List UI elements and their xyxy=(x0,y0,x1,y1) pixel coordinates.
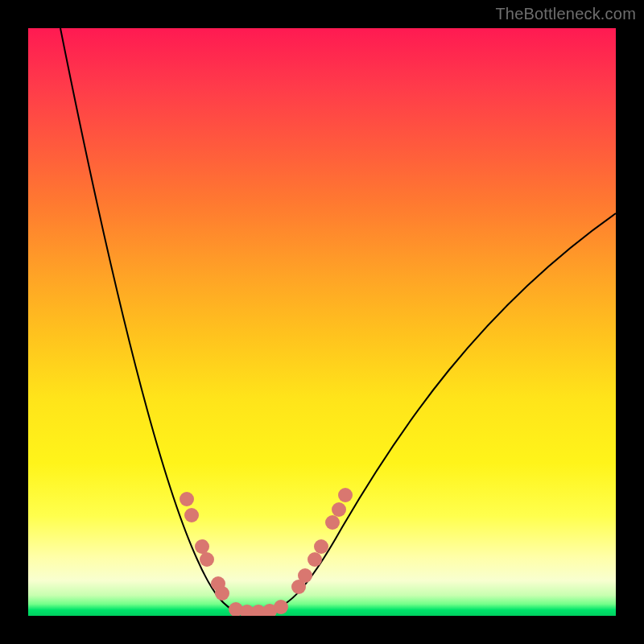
data-dot xyxy=(180,492,194,506)
watermark-text: TheBottleneck.com xyxy=(495,5,636,23)
data-dot xyxy=(338,488,353,502)
data-dot xyxy=(314,539,328,554)
data-dot xyxy=(215,586,229,601)
plot-area xyxy=(28,28,616,616)
data-dots xyxy=(180,488,353,616)
chart-frame: TheBottleneck.com xyxy=(0,0,644,644)
left-curve xyxy=(60,28,262,612)
data-dot xyxy=(325,515,340,530)
data-dot xyxy=(200,552,214,567)
data-dot xyxy=(308,552,322,567)
curves-svg xyxy=(28,28,616,616)
data-dot xyxy=(298,568,312,583)
data-dot xyxy=(274,600,288,614)
right-curve xyxy=(262,213,616,612)
data-dot xyxy=(195,539,209,554)
data-dot xyxy=(332,502,346,517)
data-dot xyxy=(184,508,199,522)
